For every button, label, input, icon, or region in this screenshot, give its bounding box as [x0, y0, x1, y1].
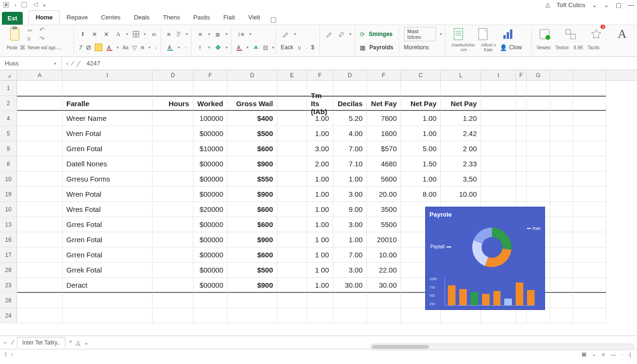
- cell[interactable]: [441, 81, 481, 96]
- user-name[interactable]: Toft Cutics: [556, 1, 585, 9]
- cell[interactable]: $600: [228, 202, 277, 217]
- cell[interactable]: 4680: [367, 156, 401, 172]
- cell[interactable]: 1.00: [307, 126, 333, 141]
- cell[interactable]: [527, 172, 550, 187]
- cell[interactable]: [441, 308, 481, 323]
- cell[interactable]: 3500: [367, 202, 401, 217]
- cell[interactable]: [527, 111, 550, 126]
- row-header[interactable]: 16: [0, 232, 17, 247]
- doc2-icon[interactable]: [475, 26, 492, 43]
- cell[interactable]: [550, 202, 573, 217]
- row-header[interactable]: 28: [0, 293, 17, 308]
- bl-drop-icon[interactable]: ▾: [249, 32, 252, 36]
- align-left-icon[interactable]: ≡: [196, 29, 204, 39]
- cell[interactable]: 5600: [367, 172, 401, 187]
- shape-fill-icon[interactable]: [253, 43, 259, 52]
- cell[interactable]: [277, 278, 307, 293]
- row-header[interactable]: 10: [0, 172, 17, 187]
- cell[interactable]: 1.50: [401, 156, 441, 172]
- tacils-label[interactable]: Tacils: [588, 45, 600, 50]
- cell[interactable]: [527, 187, 550, 202]
- tab-centes[interactable]: Centes: [94, 11, 127, 25]
- fc-drop-icon[interactable]: ▾: [117, 45, 119, 50]
- cell[interactable]: [17, 217, 63, 232]
- col-header[interactable]: F: [193, 70, 228, 80]
- cell[interactable]: [277, 293, 307, 308]
- sheet-up-icon[interactable]: ^: [69, 339, 72, 346]
- cell[interactable]: 1.00: [307, 217, 333, 232]
- col-header[interactable]: [550, 70, 573, 80]
- each-check-icon[interactable]: ∨: [297, 44, 302, 51]
- cell[interactable]: $00000: [193, 247, 228, 263]
- row-header[interactable]: 28: [0, 263, 17, 278]
- cell[interactable]: 30.00: [367, 278, 401, 293]
- cell[interactable]: [401, 308, 441, 323]
- tab-deals[interactable]: Deals: [127, 11, 156, 25]
- cell[interactable]: 1 00: [307, 263, 333, 278]
- cell[interactable]: Wreer Name: [63, 111, 153, 126]
- cell[interactable]: [573, 187, 606, 202]
- cell[interactable]: [550, 293, 573, 308]
- view-drop-icon[interactable]: ⌄: [592, 351, 596, 357]
- cell[interactable]: $600: [228, 141, 277, 156]
- user-icon2[interactable]: 👤: [500, 44, 507, 51]
- cell[interactable]: [153, 232, 193, 247]
- cell[interactable]: 1 00: [307, 232, 333, 247]
- table-row[interactable]: 10Grresu Forms$00000$5501.001.0056001.00…: [0, 172, 637, 187]
- cell[interactable]: [573, 247, 606, 263]
- mast-drop-icon[interactable]: ▾: [440, 32, 442, 36]
- sheet-more-icon[interactable]: ⌄: [84, 339, 89, 346]
- cell[interactable]: [516, 81, 527, 96]
- tab-pasits[interactable]: Pasits: [187, 11, 217, 25]
- highlight-button[interactable]: [95, 43, 102, 52]
- in-label[interactable]: ın: [150, 29, 158, 39]
- view-layout-icon[interactable]: ≡: [602, 352, 605, 357]
- cell[interactable]: [527, 156, 550, 172]
- cell[interactable]: [367, 81, 401, 96]
- cell[interactable]: [550, 81, 573, 96]
- cell[interactable]: 4.00: [333, 126, 367, 141]
- pen2-icon[interactable]: [325, 29, 333, 39]
- user-chevron-icon[interactable]: ⌄: [592, 1, 597, 9]
- cell[interactable]: 7600: [367, 111, 401, 126]
- col-header[interactable]: A: [17, 70, 63, 80]
- cell[interactable]: Decilas: [333, 96, 367, 111]
- cell[interactable]: Grres Fotal: [63, 217, 153, 232]
- zoom-out-icon[interactable]: —: [610, 352, 616, 357]
- cell[interactable]: [516, 156, 527, 172]
- lh-drop-icon[interactable]: ▾: [208, 45, 210, 50]
- eraser-icon[interactable]: [337, 29, 346, 39]
- mast-dropdown[interactable]: Mast Iztces: [404, 27, 436, 41]
- cell[interactable]: [307, 293, 333, 308]
- cell[interactable]: [63, 81, 153, 96]
- pen-drop-icon[interactable]: ▾: [294, 32, 296, 36]
- cell[interactable]: Deract: [63, 278, 153, 293]
- line-height-icon[interactable]: ⫯: [196, 43, 204, 52]
- cell[interactable]: $20000: [193, 202, 228, 217]
- cell[interactable]: $600: [228, 217, 277, 232]
- fontcolor-a-icon[interactable]: A: [106, 43, 113, 52]
- cell[interactable]: [481, 156, 516, 172]
- cell[interactable]: [573, 141, 606, 156]
- cell[interactable]: [153, 111, 193, 126]
- col-header[interactable]: D: [153, 70, 193, 80]
- cell[interactable]: [277, 156, 307, 172]
- table-row[interactable]: 9Grren Fotal$10000$6003.007.00$5705.002 …: [0, 141, 637, 156]
- addin2-icon[interactable]: [562, 26, 579, 43]
- cell[interactable]: [527, 141, 550, 156]
- col-header[interactable]: I: [63, 70, 153, 80]
- cell[interactable]: [401, 81, 441, 96]
- close-button[interactable]: Clow: [509, 44, 522, 51]
- cell[interactable]: 7.00: [333, 247, 367, 263]
- cell[interactable]: 7.00: [333, 141, 367, 156]
- cell[interactable]: [17, 141, 63, 156]
- cell[interactable]: Wren Fotal: [63, 126, 153, 141]
- cell[interactable]: Grrek Fotal: [63, 263, 153, 278]
- cell[interactable]: [573, 172, 606, 187]
- cell[interactable]: [550, 187, 573, 202]
- cell[interactable]: [573, 96, 606, 111]
- formula-input[interactable]: 4247: [84, 60, 637, 67]
- fx-cancel-icon[interactable]: ‹: [66, 60, 68, 67]
- name-box[interactable]: Huss ▾: [0, 57, 62, 70]
- cell[interactable]: 1.00: [401, 126, 441, 141]
